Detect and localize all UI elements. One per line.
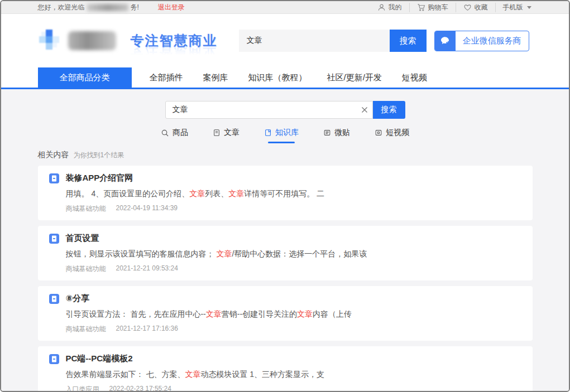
- favorites-label: 收藏: [475, 3, 488, 12]
- desc-text: 详情等可不用填写。 二: [244, 189, 324, 198]
- my-account-link[interactable]: 我的: [370, 3, 409, 12]
- clear-search-icon[interactable]: [357, 107, 372, 113]
- nav-item-community[interactable]: 社区/更新/开发: [327, 67, 382, 88]
- result-title: 首页设置: [66, 233, 99, 244]
- result-desc: 引导页设置方法： 首先，先在应用中心--文章营销--创建引导关注的文章内容（上传: [66, 309, 521, 320]
- desc-text: 按钮，则显示该设置填写的客服信息内容；: [66, 249, 217, 258]
- result-category: 商城基础功能: [66, 325, 106, 334]
- results-title: 相关内容: [38, 150, 69, 160]
- tab-short-videos[interactable]: 短视频: [375, 128, 409, 143]
- result-card[interactable]: 首页设置 按钮，则显示该设置填写的客服信息内容； 文章/帮助中心数据：选择一个平…: [38, 226, 533, 280]
- nav-item-case-library[interactable]: 案例库: [203, 67, 228, 88]
- topbar: 您好，欢迎光临 务! 退出登录 我的 购物车 收藏 手: [1, 1, 569, 14]
- result-meta: 入口类应用 2022-02-23 17:55:24: [66, 385, 521, 391]
- main-search: 搜索: [165, 101, 405, 119]
- result-title: ⑧分享: [66, 293, 90, 304]
- favorites-link[interactable]: 收藏: [456, 3, 495, 12]
- content-area: 搜索 商品 文章 知识库 微贴 短视频: [1, 89, 569, 391]
- tab-knowledge-base-label: 知识库: [275, 128, 299, 138]
- cart-link[interactable]: 购物车: [409, 3, 456, 12]
- result-time: 2022-02-23 17:55:24: [109, 385, 171, 391]
- desc-text: 引导页设置方法： 首先，先在应用中心--: [66, 309, 206, 318]
- highlighted-keyword: 文章: [206, 309, 222, 318]
- desc-text: 内容（上传: [313, 309, 352, 318]
- tab-micro-posts[interactable]: 微贴: [323, 128, 350, 143]
- results-list: 装修APP介绍官网 用填。 4、页面设置里的公司介绍、文章列表、文章详情等可不用…: [38, 166, 533, 391]
- greeting-suffix: 务!: [131, 3, 139, 12]
- main-search-button[interactable]: 搜索: [373, 101, 405, 119]
- site-header: 专注智慧商业 专注智慧商业 搜索 企业微信服务商: [1, 14, 569, 67]
- search-icon: [161, 129, 169, 137]
- desc-text: 告效果前端显示如下： 七、方案、: [66, 370, 185, 379]
- logout-link[interactable]: 退出登录: [158, 3, 185, 12]
- greeting-prefix: 您好，欢迎光临: [38, 3, 85, 12]
- user-icon: [377, 3, 386, 12]
- list-icon: [323, 129, 331, 137]
- wecom-service-label: 企业微信服务商: [456, 36, 529, 46]
- result-category: 入口类应用: [66, 385, 99, 391]
- result-title: PC端--PC端模板2: [66, 354, 133, 364]
- logo-slogan-wrap: 专注智慧商业 专注智慧商业: [131, 32, 218, 50]
- result-meta: 商城基础功能 2021-12-21 09:53:24: [66, 264, 521, 274]
- nav-item-knowledge-base[interactable]: 知识库（教程）: [248, 67, 307, 88]
- result-desc: 告效果前端显示如下： 七、方案、文章动态模块设置 1、三种方案显示，支: [66, 369, 521, 380]
- highlighted-keyword: 文章: [189, 189, 205, 198]
- main-search-input[interactable]: [166, 105, 357, 114]
- highlighted-keyword: 文章: [216, 249, 232, 258]
- header-search: 搜索: [239, 30, 427, 52]
- desc-text: /帮助中心数据：选择一个平台，如果该: [232, 249, 367, 258]
- document-icon: [49, 294, 59, 304]
- logo-icon: [38, 28, 63, 53]
- results-header: 相关内容 为你找到1个结果: [38, 150, 533, 160]
- mobile-version-label: 手机版: [503, 3, 523, 12]
- desc-text: 列表、: [205, 189, 228, 198]
- nav-item-all-categories[interactable]: 全部商品分类: [38, 67, 132, 88]
- cart-label: 购物车: [428, 3, 448, 12]
- result-card[interactable]: PC端--PC端模板2 告效果前端显示如下： 七、方案、文章动态模块设置 1、三…: [38, 346, 533, 391]
- result-card[interactable]: ⑧分享 引导页设置方法： 首先，先在应用中心--文章营销--创建引导关注的文章内…: [38, 286, 533, 341]
- result-title: 装修APP介绍官网: [66, 173, 133, 183]
- result-time: 2021-12-17 17:16:36: [116, 325, 178, 334]
- article-icon: [213, 129, 221, 137]
- nav-item-all-plugins[interactable]: 全部插件: [150, 67, 183, 88]
- tab-micro-posts-label: 微贴: [334, 128, 350, 138]
- result-category: 商城基础功能: [66, 264, 106, 274]
- wecom-chat-icon: [435, 31, 456, 51]
- tab-products[interactable]: 商品: [161, 128, 188, 143]
- my-account-label: 我的: [389, 3, 402, 12]
- cart-icon: [417, 3, 425, 12]
- highlighted-keyword: 文章: [228, 189, 244, 198]
- browser-window: 您好，欢迎光临 务! 退出登录 我的 购物车 收藏 手: [0, 0, 570, 392]
- tab-articles[interactable]: 文章: [213, 128, 240, 143]
- mobile-version-dropdown[interactable]: 手机版: [495, 3, 533, 12]
- greeting-text: 您好，欢迎光临 务!: [38, 3, 139, 12]
- tab-knowledge-base[interactable]: 知识库: [264, 128, 299, 143]
- result-time: 2022-04-19 11:34:39: [116, 204, 178, 214]
- tab-articles-label: 文章: [224, 128, 240, 138]
- site-logo[interactable]: 专注智慧商业 专注智慧商业: [38, 28, 223, 53]
- result-time: 2021-12-21 09:53:24: [116, 264, 178, 274]
- highlighted-keyword: 文章: [297, 309, 313, 318]
- results-count: 为你找到1个结果: [74, 151, 124, 160]
- blurred-username: [87, 4, 128, 11]
- result-desc: 用填。 4、页面设置里的公司介绍、文章列表、文章详情等可不用填写。 二: [66, 188, 521, 199]
- wecom-service-button[interactable]: 企业微信服务商: [434, 31, 529, 51]
- document-icon: [49, 173, 59, 183]
- header-search-input[interactable]: [239, 30, 390, 52]
- tab-products-label: 商品: [173, 128, 188, 138]
- result-meta: 商城基础功能 2022-04-19 11:34:39: [66, 204, 521, 214]
- document-icon: [49, 354, 59, 364]
- topbar-links: 我的 购物车 收藏 手机版: [370, 3, 533, 12]
- main-search-box: [165, 101, 373, 119]
- blurred-logo-text: [68, 31, 116, 50]
- result-desc: 按钮，则显示该设置填写的客服信息内容； 文章/帮助中心数据：选择一个平台，如果该: [66, 249, 521, 259]
- logo-slogan-reflection: 专注智慧商业: [131, 44, 218, 62]
- heart-icon: [463, 3, 472, 12]
- header-search-button[interactable]: 搜索: [390, 30, 427, 52]
- desc-text: 营销--创建引导关注的: [222, 309, 297, 318]
- result-meta: 商城基础功能 2021-12-17 17:16:36: [66, 325, 521, 334]
- desc-text: 动态模块设置 1、三种方案显示，支: [200, 370, 324, 379]
- nav-item-short-video[interactable]: 短视频: [402, 67, 427, 88]
- result-card[interactable]: 装修APP介绍官网 用填。 4、页面设置里的公司介绍、文章列表、文章详情等可不用…: [38, 166, 533, 220]
- main-nav: 全部商品分类 全部插件 案例库 知识库（教程） 社区/更新/开发 短视频: [1, 67, 569, 88]
